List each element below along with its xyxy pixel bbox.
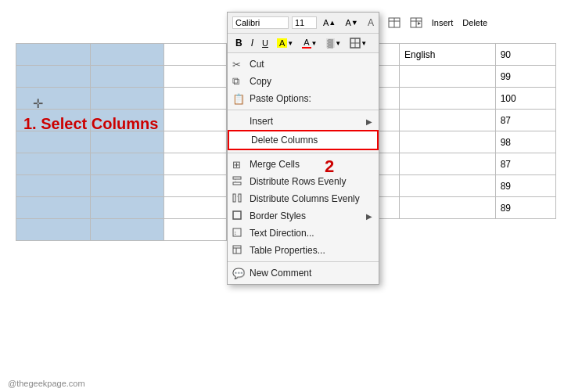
menu-item-border-styles[interactable]: Border Styles ▶ [228, 207, 379, 225]
plus-icon[interactable]: ✛ [33, 96, 43, 111]
table-properties-label: Table Properties... [250, 245, 325, 256]
menu-item-merge-cells[interactable]: ⊞ Merge Cells [228, 156, 379, 173]
border-styles-svg [232, 210, 242, 220]
mini-toolbar-row1: A▲ A▼ A Insert Delete [228, 13, 379, 34]
table-props-svg [232, 245, 242, 254]
svg-marker-7 [418, 22, 421, 25]
table-cell: 98 [495, 131, 555, 153]
table-cell [164, 88, 227, 110]
font-color-btn[interactable]: A▼ [299, 36, 320, 50]
copy-label: Copy [250, 76, 271, 87]
menu-item-insert[interactable]: Insert ▶ [228, 113, 379, 130]
new-comment-icon: 💬 [232, 268, 245, 279]
border-styles-label: Border Styles [250, 210, 306, 221]
table-cell [16, 153, 91, 175]
table-cell [16, 88, 91, 110]
mini-toolbar-row2: B I U A▼ A▼ ▒▼ ▼ [228, 34, 379, 53]
distribute-cols-icon [232, 193, 242, 205]
table-cell [400, 110, 496, 131]
underline-btn[interactable]: U [259, 37, 271, 49]
table-cell [400, 131, 496, 153]
cut-icon: ✂ [232, 59, 241, 70]
table-cell [90, 66, 164, 88]
table-cell [164, 44, 227, 66]
font-size-input[interactable] [292, 16, 317, 29]
font-grow-btn[interactable]: A▲ [320, 16, 339, 29]
clear-format-btn[interactable]: A [365, 16, 382, 30]
new-comment-label: New Comment [250, 268, 311, 279]
menu-item-paste[interactable]: 📋 Paste Options: [228, 90, 379, 107]
table-properties-icon [232, 245, 242, 257]
borders-icon [350, 38, 361, 49]
table-cell: 90 [495, 44, 555, 66]
menu-item-copy[interactable]: ⧉ Copy [228, 73, 379, 90]
table-cell [164, 219, 227, 241]
separator2 [228, 153, 379, 153]
table-cell [400, 197, 496, 219]
separator3 [228, 261, 379, 262]
distribute-rows-icon [232, 176, 242, 188]
table-cell: 99 [495, 66, 555, 88]
distribute-cols-label: Distribute Columns Evenly [250, 193, 360, 204]
table-cell [400, 88, 496, 110]
menu-item-text-direction[interactable]: ↕ Text Direction... [228, 225, 379, 242]
delete-label-btn[interactable]: Delete [459, 16, 490, 29]
cut-label: Cut [250, 59, 264, 70]
table-cell [400, 153, 496, 175]
table-btn1[interactable] [385, 16, 404, 30]
menu-item-distribute-cols[interactable]: Distribute Columns Evenly [228, 190, 379, 207]
font-shrink-btn[interactable]: A▼ [342, 16, 361, 29]
svg-rect-17 [233, 211, 241, 219]
table-cell [400, 175, 496, 197]
menu-item-new-comment[interactable]: 💬 New Comment [228, 264, 379, 282]
table-row [16, 175, 227, 197]
table-cell [16, 219, 91, 241]
svg-rect-14 [233, 194, 235, 202]
menu-item-distribute-rows[interactable]: Distribute Rows Evenly [228, 173, 379, 190]
table-cell [90, 219, 164, 241]
menu-item-cut[interactable]: ✂ Cut [228, 56, 379, 73]
font-name-input[interactable] [232, 16, 289, 29]
table-cell [164, 197, 227, 219]
badge-2: 2 [325, 156, 334, 177]
table-btn2[interactable] [407, 16, 426, 30]
footer-text: @thegeekpage.com [8, 379, 85, 388]
table-cell: 87 [495, 153, 555, 175]
select-columns-label: 1. Select Columns [23, 115, 158, 133]
menu-item-table-properties[interactable]: Table Properties... [228, 242, 379, 259]
table-cell [90, 197, 164, 219]
table-cell: 100 [495, 88, 555, 110]
table-cell: 89 [495, 175, 555, 197]
table-cell [16, 131, 91, 153]
insert-label-btn[interactable]: Insert [429, 16, 457, 29]
copy-icon: ⧉ [232, 75, 239, 88]
table-row [16, 88, 227, 110]
distribute-rows-label: Distribute Rows Evenly [250, 176, 346, 187]
table-cell [400, 66, 496, 88]
table-cell: 87 [495, 110, 555, 131]
separator1 [228, 110, 379, 110]
table-cell [164, 175, 227, 197]
insert-arrow: ▶ [366, 117, 372, 126]
border-styles-arrow: ▶ [366, 212, 372, 221]
table-cell [164, 131, 227, 153]
table-cell [90, 44, 164, 66]
table-row [16, 153, 227, 175]
table-cell [90, 175, 164, 197]
bold-btn[interactable]: B [232, 36, 246, 50]
table-icon1 [388, 17, 401, 28]
table-cell [164, 153, 227, 175]
menu-item-delete-columns[interactable]: Delete Columns [228, 130, 379, 150]
svg-rect-12 [233, 182, 241, 185]
shading-btn[interactable]: ▒▼ [323, 37, 345, 49]
delete-columns-label: Delete Columns [251, 135, 318, 146]
highlight-btn[interactable]: A▼ [274, 37, 296, 49]
table-cell: 89 [495, 197, 555, 219]
table-cell: English [400, 44, 496, 66]
merge-cells-icon: ⊞ [232, 159, 241, 171]
table-row [16, 44, 227, 66]
italic-btn[interactable]: I [248, 36, 257, 50]
svg-rect-15 [239, 194, 241, 202]
dist-cols-svg [232, 193, 242, 203]
borders-btn[interactable]: ▼ [347, 36, 370, 50]
